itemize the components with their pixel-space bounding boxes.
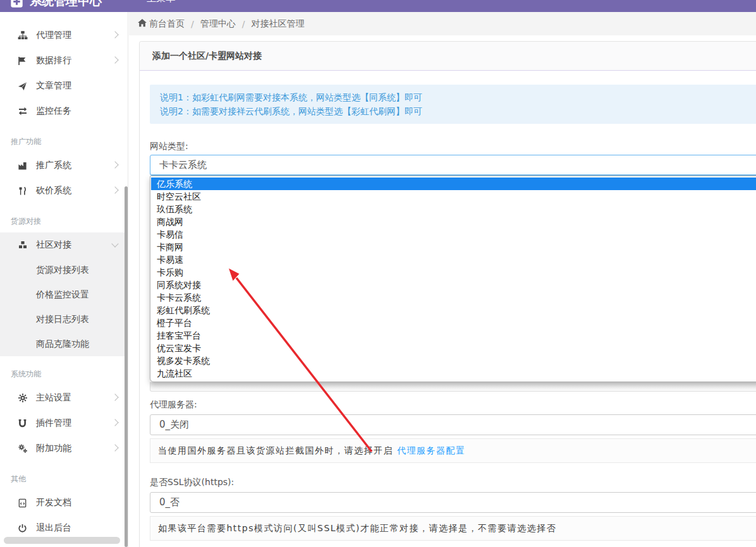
dropdown-option[interactable]: 卡卡云系统 (151, 291, 756, 304)
industry-icon (17, 160, 28, 171)
sitemap-icon (17, 30, 28, 41)
dropdown-option[interactable]: 时空云社区 (151, 190, 756, 203)
dropdown-option[interactable]: 橙子平台 (151, 316, 756, 329)
sidebar-vertical-scrollbar[interactable] (125, 186, 128, 547)
chevron-right-icon (111, 186, 118, 193)
sidebar-item-promo-system[interactable]: 推广系统 (0, 153, 128, 178)
ssl-label: 是否SSL协议(https): (150, 477, 756, 488)
power-icon (17, 523, 28, 534)
website-type-select[interactable]: 卡卡云系统 (150, 155, 756, 176)
notice-line-2: 说明2：如需要对接祥云代刷系统，网站类型选【彩虹代刷网】即可 (160, 104, 756, 118)
sidebar-section-promotion: 推广功能 (0, 124, 128, 153)
sidebar-item-site-settings[interactable]: 主站设置 (0, 385, 128, 411)
breadcrumb: 前台首页 / 管理中心 / 对接社区管理 (129, 12, 756, 35)
dropdown-option[interactable]: 优云宝发卡 (151, 342, 756, 354)
flag-icon (17, 56, 28, 66)
top-header-bar: 系统管理中心 主菜单 (0, 0, 756, 12)
breadcrumb-current-page: 对接社区管理 (251, 18, 304, 30)
dropdown-option[interactable]: 卡易速 (151, 253, 756, 266)
chevron-right-icon (111, 419, 118, 426)
sidebar-item-monitor-tasks[interactable]: 监控任务 (0, 99, 128, 124)
sidebar-item-bargain-system[interactable]: 砍价系统 (0, 178, 128, 203)
gears-icon (17, 443, 28, 454)
hidden-field-sliver (150, 382, 756, 392)
sidebar-item-articles[interactable]: 文章管理 (0, 73, 128, 99)
dropdown-option[interactable]: 商战网 (151, 215, 756, 228)
sidebar-horizontal-scrollbar[interactable] (4, 537, 120, 544)
chevron-right-icon (111, 31, 118, 38)
cubes-icon (17, 240, 28, 251)
sidebar-subitem-product-clone[interactable]: 商品克隆功能 (0, 332, 128, 356)
chevron-right-icon (111, 444, 118, 451)
ssl-help: 如果该平台需要https模式访问(又叫SSL模式)才能正常对接，请选择是，不需要… (150, 516, 756, 541)
chevron-right-icon (111, 56, 118, 63)
notice-line-1: 说明1：如彩虹代刷网需要对接本系统，网站类型选【同系统】即可 (160, 90, 756, 104)
sidebar-item-addons[interactable]: 附加功能 (0, 436, 128, 461)
website-type-label: 网站类型: (150, 141, 756, 152)
breadcrumb-home[interactable]: 前台首页 (138, 18, 185, 30)
sidebar-subitem-price-monitor[interactable]: 价格监控设置 (0, 282, 128, 307)
chevron-down-icon (111, 240, 118, 247)
sidebar-item-orders[interactable]: 订单管理 (0, 12, 128, 16)
dashboard-icon (10, 0, 23, 8)
sidebar-section-sources: 货源对接 (0, 203, 128, 232)
dropdown-option[interactable]: 九流社区 (151, 367, 756, 380)
sidebar-item-community-link[interactable]: 社区对接 (0, 232, 128, 258)
magnet-icon (17, 418, 28, 429)
proxy-label: 代理服务器: (150, 399, 756, 411)
home-icon (138, 19, 147, 29)
app-logo[interactable]: 系统管理中心 (10, 0, 102, 12)
dropdown-option[interactable]: 卡乐购 (151, 266, 756, 279)
app-title: 系统管理中心 (30, 0, 102, 9)
cutlery-icon (17, 186, 28, 196)
sidebar-item-rankings[interactable]: 数据排行 (0, 48, 128, 73)
sidebar-item-agents[interactable]: 代理管理 (0, 23, 128, 48)
dropdown-option[interactable]: 彩虹代刷系统 (151, 304, 756, 316)
add-community-panel: 添加一个社区/卡盟网站对接 说明1：如彩虹代刷网需要对接本系统，网站类型选【同系… (139, 41, 756, 547)
sidebar-nav: 订单管理 代理管理 数据排行 文章管理 监控任务 推广功能 推广系统 (0, 12, 128, 547)
dropdown-option[interactable]: 亿乐系统 (151, 177, 756, 190)
dropdown-option[interactable]: 视多发卡系统 (151, 354, 756, 367)
breadcrumb-admin-center[interactable]: 管理中心 (200, 18, 236, 30)
retweet-icon (17, 106, 28, 117)
proxy-help: 当使用国外服务器且该货源站拦截国外时，请选择开启 代理服务器配置 (150, 438, 756, 463)
ssl-select[interactable]: 0_否 (150, 492, 756, 513)
main-content: 前台首页 / 管理中心 / 对接社区管理 添加一个社区/卡盟网站对接 说明1：如… (129, 12, 756, 547)
paper-plane-icon (17, 81, 28, 92)
page-content: 添加一个社区/卡盟网站对接 说明1：如彩虹代刷网需要对接本系统，网站类型选【同系… (129, 35, 756, 547)
panel-title: 添加一个社区/卡盟网站对接 (140, 42, 756, 71)
sidebar-subitem-source-list[interactable]: 货源对接列表 (0, 258, 128, 282)
sidebar-subitem-link-logs[interactable]: 对接日志列表 (0, 307, 128, 332)
website-type-dropdown: 亿乐系统 时空云社区 玖伍系统 商战网 卡易信 卡商网 卡易速 卡乐购 同系统对… (150, 176, 756, 382)
dropdown-option[interactable]: 卡商网 (151, 241, 756, 253)
sidebar-group-community-link: 社区对接 货源对接列表 价格监控设置 对接日志列表 商品克隆功能 (0, 232, 128, 356)
gear-icon (17, 393, 28, 404)
panel-body: 说明1：如彩虹代刷网需要对接本系统，网站类型选【同系统】即可 说明2：如需要对接… (140, 71, 756, 547)
header-menu-label: 主菜单 (147, 0, 175, 4)
chevron-right-icon (111, 161, 118, 168)
sidebar-section-system: 系统功能 (0, 356, 128, 385)
proxy-select[interactable]: 0_关闭 (150, 414, 756, 435)
info-notice-box: 说明1：如彩虹代刷网需要对接本系统，网站类型选【同系统】即可 说明2：如需要对接… (150, 85, 756, 124)
proxy-config-link[interactable]: 代理服务器配置 (397, 445, 466, 455)
dropdown-option[interactable]: 玖伍系统 (151, 203, 756, 215)
dropdown-option[interactable]: 卡易信 (151, 228, 756, 241)
sidebar-section-other: 其他 (0, 461, 128, 490)
document-icon (17, 498, 28, 508)
dropdown-option[interactable]: 同系统对接 (151, 279, 756, 291)
sidebar-item-dev-docs[interactable]: 开发文档 (0, 490, 128, 515)
chevron-right-icon (111, 394, 118, 400)
sidebar-item-plugins[interactable]: 插件管理 (0, 411, 128, 436)
dropdown-option[interactable]: 挂客宝平台 (151, 329, 756, 342)
